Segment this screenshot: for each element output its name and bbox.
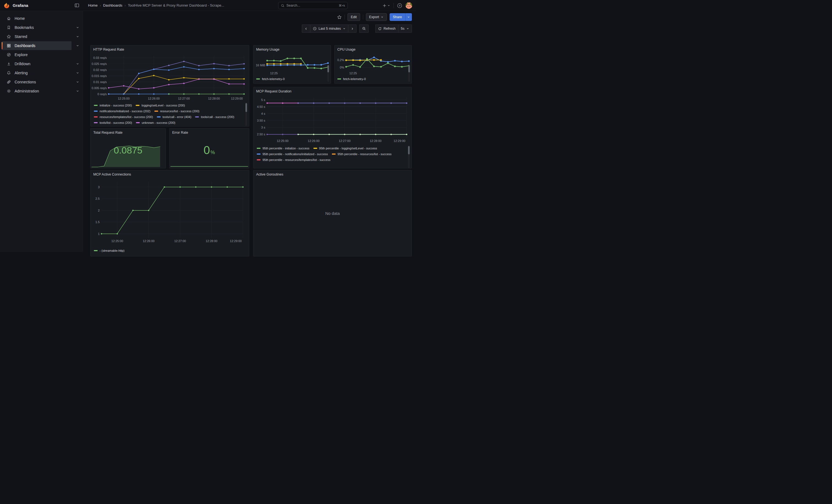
refresh-interval-picker[interactable]: 5s xyxy=(398,25,412,33)
sidebar-item-administration[interactable]: Administration xyxy=(2,87,72,96)
search-input[interactable]: Search... ⌘+k xyxy=(278,2,348,9)
http-request-rate-chart[interactable]: 0 req/s0.005 req/s0.01 req/s0.015 req/s0… xyxy=(92,54,247,101)
no-data-message: No data xyxy=(253,211,412,216)
topbar-actions: ? xyxy=(383,0,412,11)
sidebar-item-home[interactable]: Home xyxy=(2,14,72,23)
legend-item[interactable]: fetch-telemetry-0 xyxy=(337,77,366,81)
legend-scrollbar[interactable] xyxy=(408,145,410,168)
legend-item[interactable]: - (streamable-http) xyxy=(94,249,124,252)
sidebar-item-drilldown[interactable]: Drilldown xyxy=(2,59,72,68)
panel-title[interactable]: Memory Usage xyxy=(253,45,331,53)
panel-title[interactable]: HTTP Request Rate xyxy=(90,45,249,53)
panel-title[interactable]: Total Request Rate xyxy=(90,129,166,136)
legend-scrollbar[interactable] xyxy=(328,65,329,82)
chevron-down-icon xyxy=(343,27,345,30)
dock-sidebar-icon[interactable] xyxy=(75,3,79,8)
legend-item[interactable]: unknown - success (200) xyxy=(136,121,175,124)
refresh-label: Refresh xyxy=(384,27,396,30)
edit-button[interactable]: Edit xyxy=(347,13,360,21)
error-rate-sparkline[interactable] xyxy=(170,160,249,167)
export-label: Export xyxy=(369,15,379,19)
panel-title[interactable]: MCP Active Connections xyxy=(90,170,249,178)
sidebar-item-connections[interactable]: Connections xyxy=(2,78,72,86)
legend-item[interactable]: initialize - success (200) xyxy=(94,104,132,107)
zoom-out-button[interactable] xyxy=(359,25,369,33)
memory-legend: fetch-telemetry-0 xyxy=(256,77,324,83)
svg-text:1.5: 1.5 xyxy=(96,220,100,224)
share-split-button: Share xyxy=(390,13,412,21)
panel-title[interactable]: Active Goroutines xyxy=(253,170,412,178)
sidebar-item-label: Bookmarks xyxy=(15,25,34,30)
sidebar-item-label: Home xyxy=(15,16,25,21)
chart-canvas: 32.521.5112:25:0012:26:0012:27:0012:28:0… xyxy=(92,179,246,245)
refresh-icon xyxy=(378,27,382,30)
help-button[interactable]: ? xyxy=(397,3,402,8)
user-avatar[interactable] xyxy=(406,2,412,9)
share-menu-button[interactable] xyxy=(405,13,412,21)
legend-item[interactable]: tools/call - error (404) xyxy=(157,115,191,118)
legend-item[interactable]: 95th percentile - logging/setLevel - suc… xyxy=(313,147,377,150)
svg-text:12:25: 12:25 xyxy=(270,72,278,75)
chevron-down-icon xyxy=(76,35,79,38)
add-new-button[interactable] xyxy=(383,4,390,8)
svg-text:0.01 req/s: 0.01 req/s xyxy=(93,80,107,84)
memory-usage-chart[interactable]: 16 MiB12:25 xyxy=(254,52,330,75)
legend-item[interactable]: tools/call - success (200) xyxy=(195,115,234,118)
legend-item[interactable]: 95th percentile - resources/templates/li… xyxy=(257,158,331,161)
legend-item[interactable]: 95th percentile - initialize - success xyxy=(257,147,310,150)
sidebar-item-alerting[interactable]: Alerting xyxy=(2,69,72,77)
panel-title[interactable]: Error Rate xyxy=(170,129,249,136)
svg-text:12:29:00: 12:29:00 xyxy=(230,239,242,243)
mcp-active-connections-chart[interactable]: 32.521.5112:25:0012:26:0012:27:0012:28:0… xyxy=(92,179,246,245)
legend-item[interactable]: 95th percentile - resources/list - succe… xyxy=(332,152,391,156)
panel-total-request-rate: Total Request Rate 0.0875 xyxy=(90,128,166,168)
chevron-down-icon xyxy=(76,26,79,29)
time-shift-back-button[interactable] xyxy=(302,25,310,33)
time-range-picker[interactable]: Last 5 minutes xyxy=(310,25,348,33)
share-button[interactable]: Share xyxy=(390,13,405,21)
breadcrumb-home[interactable]: Home xyxy=(88,3,98,7)
star-icon xyxy=(7,34,11,39)
compass-icon xyxy=(7,53,11,57)
panel-title[interactable]: CPU Usage xyxy=(335,45,412,53)
sidebar-item-label: Starred xyxy=(15,34,27,39)
sidebar-item-bookmarks[interactable]: Bookmarks xyxy=(2,23,72,32)
legend-item[interactable]: resources/list - success (200) xyxy=(154,109,200,113)
sidebar-item-starred[interactable]: Starred xyxy=(2,32,72,41)
legend-item[interactable]: 95th percentile - notifications/initiali… xyxy=(257,152,328,156)
legend-item[interactable]: notifications/initialized - success (202… xyxy=(94,109,151,113)
sidebar-item-dashboards[interactable]: Dashboards xyxy=(2,41,72,50)
time-shift-forward-button[interactable] xyxy=(348,25,357,33)
grafana-logo-icon[interactable] xyxy=(3,2,10,9)
legend-scrollbar[interactable] xyxy=(245,103,247,126)
svg-text:12:26:00: 12:26:00 xyxy=(308,139,320,142)
refresh-group: Refresh 5s xyxy=(375,25,412,33)
chart-canvas xyxy=(170,160,249,167)
legend-item[interactable]: tools/list - success (200) xyxy=(94,121,132,124)
sidebar-item-explore[interactable]: Explore xyxy=(2,50,72,59)
gear-icon xyxy=(7,89,11,93)
panel-mcp-request-duration: MCP Request Duration 5 s4.50 s4 s3.50 s3… xyxy=(253,87,412,168)
svg-text:12:26:00: 12:26:00 xyxy=(143,239,155,243)
export-button[interactable]: Export xyxy=(366,13,387,21)
dashboards-grid-icon xyxy=(7,44,11,48)
legend-item[interactable]: resources/templates/list - success (200) xyxy=(94,115,153,118)
breadcrumb-dashboards[interactable]: Dashboards xyxy=(103,3,123,7)
mcp-request-duration-chart[interactable]: 5 s4.50 s4 s3.50 s3 s2.50 s12:25:0012:26… xyxy=(255,96,410,144)
svg-text:2: 2 xyxy=(98,209,100,212)
sidebar-item-label: Alerting xyxy=(15,71,27,75)
panel-error-rate: Error Rate 0% xyxy=(169,128,249,168)
legend-item[interactable]: logging/setLevel - success (200) xyxy=(136,104,185,107)
svg-text:2.50 s: 2.50 s xyxy=(257,133,265,136)
favorite-star-button[interactable] xyxy=(337,15,342,20)
refresh-button[interactable]: Refresh xyxy=(375,25,398,33)
refresh-interval-label: 5s xyxy=(401,27,405,30)
chevron-down-icon xyxy=(387,4,390,7)
cpu-usage-chart[interactable]: 0.2%0%12:25 xyxy=(335,52,411,75)
svg-text:0.025 req/s: 0.025 req/s xyxy=(92,62,107,65)
legend-scrollbar[interactable] xyxy=(408,65,410,82)
svg-text:12:29:00: 12:29:00 xyxy=(394,139,406,142)
panel-title[interactable]: MCP Request Duration xyxy=(253,87,412,95)
svg-text:0 req/s: 0 req/s xyxy=(97,92,107,96)
legend-item[interactable]: fetch-telemetry-0 xyxy=(256,77,285,81)
